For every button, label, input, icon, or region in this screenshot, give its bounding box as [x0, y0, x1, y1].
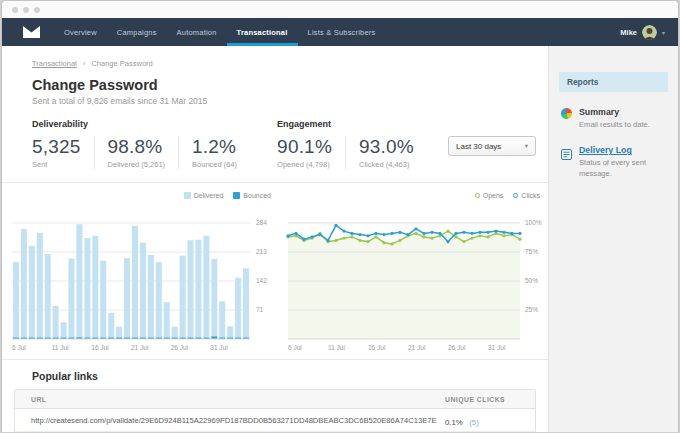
- line-chart-canvas: 25%50%75%100%6 Jul11 Jul16 Jul21 Jul26 J…: [284, 203, 546, 353]
- stat-clicked: 93.0% Clicked (4,463): [359, 136, 427, 169]
- svg-text:142: 142: [256, 277, 267, 284]
- svg-text:50%: 50%: [525, 277, 538, 284]
- svg-text:75%: 75%: [525, 248, 538, 255]
- tab-lists-subscribers[interactable]: Lists & Subscribers: [298, 18, 386, 46]
- delivery-log-link[interactable]: Delivery Log: [579, 145, 668, 155]
- legend-delivered: Delivered: [184, 192, 224, 199]
- delivery-bar-chart: Delivered Bounced 711422132846 Jul11 Jul…: [10, 189, 277, 353]
- page-title: Change Password: [32, 77, 548, 93]
- chevron-down-icon: ▾: [525, 142, 528, 150]
- svg-text:16 Jul: 16 Jul: [91, 344, 109, 351]
- stat-value: 90.1%: [277, 136, 332, 158]
- line-chart-legend: Opens Clicks: [284, 189, 546, 202]
- page-subtitle: Sent a total of 9,826 emails since 31 Ma…: [32, 96, 548, 106]
- breadcrumb-current: Change Password: [91, 59, 152, 68]
- charts-row: Delivered Bounced 711422132846 Jul11 Jul…: [2, 183, 548, 353]
- user-name: Mike: [620, 28, 637, 37]
- popular-links-title: Popular links: [32, 370, 548, 382]
- stat-value: 1.2%: [192, 136, 237, 158]
- svg-text:31 Jul: 31 Jul: [488, 344, 506, 351]
- svg-text:100%: 100%: [525, 219, 542, 226]
- stat-caption: Delivered (5,261): [108, 160, 166, 169]
- legend-label: Opens: [483, 192, 504, 199]
- tab-overview[interactable]: Overview: [54, 18, 107, 46]
- deliverability-group: Deliverability 5,325 Sent 98.8% Delivere…: [32, 119, 263, 169]
- clicks-count-link[interactable]: (5): [469, 418, 479, 427]
- avatar: [642, 25, 657, 40]
- summary-description: Email results to date.: [579, 120, 650, 130]
- top-navbar: Overview Campaigns Automation Transactio…: [2, 18, 678, 46]
- svg-text:71: 71: [256, 306, 264, 313]
- svg-text:21 Jul: 21 Jul: [408, 344, 426, 351]
- stat-sent: 5,325 Sent: [32, 136, 95, 169]
- svg-text:11 Jul: 11 Jul: [328, 344, 345, 351]
- delivery-log-icon: [561, 146, 572, 179]
- stat-delivered: 98.8% Delivered (5,261): [108, 136, 180, 169]
- breadcrumb-transactional-link[interactable]: Transactional: [32, 59, 77, 68]
- legend-clicks: Clicks: [513, 192, 540, 199]
- table-header-row: URL UNIQUE CLICKS: [15, 390, 535, 409]
- window-control-dot[interactable]: [34, 7, 40, 13]
- table-row: http://createsend.com/p/validate/29E6D92…: [15, 409, 535, 432]
- svg-text:6 Jul: 6 Jul: [288, 344, 302, 351]
- page-header: Change Password Sent a total of 9,826 em…: [32, 77, 548, 106]
- report-item-delivery-log[interactable]: Delivery Log Status of every sent messag…: [561, 145, 668, 179]
- page-content: Transactional › Change Password Change P…: [2, 46, 678, 432]
- bounced-swatch-icon: [233, 192, 240, 199]
- svg-text:31 Jul: 31 Jul: [210, 344, 228, 351]
- period-select[interactable]: Last 30 days ▾: [448, 136, 536, 156]
- tab-automation[interactable]: Automation: [167, 18, 227, 46]
- reports-header: Reports: [559, 72, 668, 92]
- legend-label: Clicks: [521, 192, 540, 199]
- stat-value: 98.8%: [108, 136, 166, 158]
- bar-chart-canvas: 711422132846 Jul11 Jul16 Jul21 Jul26 Jul…: [10, 203, 277, 353]
- period-select-value: Last 30 days: [456, 142, 501, 151]
- legend-label: Bounced: [243, 192, 271, 199]
- svg-text:26 Jul: 26 Jul: [171, 344, 189, 351]
- tab-transactional[interactable]: Transactional: [227, 18, 298, 46]
- window-control-dot[interactable]: [23, 7, 29, 13]
- svg-text:11 Jul: 11 Jul: [52, 344, 69, 351]
- stat-caption: Clicked (4,463): [359, 160, 414, 169]
- bar-chart-legend: Delivered Bounced: [10, 189, 277, 202]
- charts-divider: [2, 359, 548, 360]
- tab-campaigns[interactable]: Campaigns: [107, 18, 167, 46]
- popular-links-table: URL UNIQUE CLICKS http://createsend.com/…: [14, 389, 536, 432]
- breadcrumb: Transactional › Change Password: [32, 59, 548, 68]
- browser-chrome: [2, 1, 678, 18]
- svg-text:213: 213: [256, 248, 267, 255]
- stat-caption: Opened (4,798): [277, 160, 332, 169]
- summary-label[interactable]: Summary: [579, 107, 650, 117]
- report-item-summary[interactable]: Summary Email results to date.: [561, 107, 668, 130]
- legend-opens: Opens: [475, 192, 504, 199]
- app-window: Overview Campaigns Automation Transactio…: [1, 0, 679, 432]
- stat-caption: Bounced (64): [192, 160, 237, 169]
- engagement-line-chart: Opens Clicks 25%50%75%100%6 Jul11 Jul16 …: [284, 189, 546, 353]
- opens-marker-icon: [475, 193, 480, 198]
- column-header-url: URL: [15, 396, 443, 403]
- svg-text:16 Jul: 16 Jul: [368, 344, 386, 351]
- svg-text:25%: 25%: [525, 306, 538, 313]
- user-menu[interactable]: Mike ▾: [620, 18, 678, 46]
- svg-text:21 Jul: 21 Jul: [131, 344, 149, 351]
- stat-value: 5,325: [32, 136, 81, 158]
- main-panel: Transactional › Change Password Change P…: [2, 46, 549, 432]
- link-url[interactable]: http://createsend.com/p/validate/29E6D92…: [15, 416, 443, 425]
- delivered-swatch-icon: [184, 192, 191, 199]
- delivery-log-description: Status of every sent message.: [579, 158, 668, 179]
- engagement-group: Engagement 90.1% Opened (4,798) 93.0% Cl…: [277, 119, 440, 169]
- deliverability-label: Deliverability: [32, 119, 263, 129]
- nav-tabs: Overview Campaigns Automation Transactio…: [54, 18, 386, 46]
- svg-text:26 Jul: 26 Jul: [448, 344, 466, 351]
- breadcrumb-separator: ›: [83, 59, 86, 68]
- stat-opened: 90.1% Opened (4,798): [277, 136, 346, 169]
- clicks-marker-icon: [513, 193, 518, 198]
- campaign-monitor-logo-icon[interactable]: [23, 18, 40, 46]
- reports-sidebar: Reports Summary Email results to date.: [549, 46, 678, 432]
- legend-label: Delivered: [194, 192, 224, 199]
- column-header-unique-clicks: UNIQUE CLICKS: [443, 396, 535, 403]
- stat-value: 93.0%: [359, 136, 414, 158]
- svg-text:284: 284: [256, 219, 267, 226]
- window-control-dot[interactable]: [12, 7, 18, 13]
- engagement-label: Engagement: [277, 119, 440, 129]
